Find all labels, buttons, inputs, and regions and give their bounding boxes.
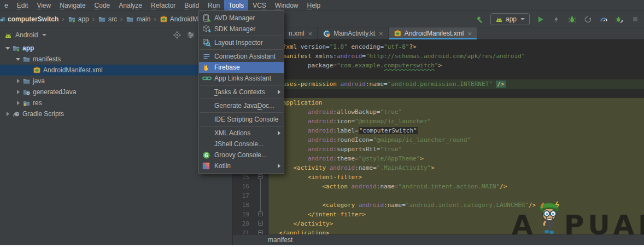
code-line-13: android:theme="@style/AppTheme"> [269,154,644,163]
menu-item-firebase[interactable]: Firebase [199,62,284,73]
menubar-item-view[interactable]: View [32,0,55,10]
menu-item-label: IDE Scripting Console [214,116,280,123]
fold-marker-icon[interactable]: − [258,174,263,179]
close-icon[interactable]: × [308,30,313,37]
fold-marker-icon[interactable]: − [258,211,263,216]
menubar-item-window[interactable]: Window [271,0,303,10]
menu-separator [200,49,283,50]
menubar-item-analyze[interactable]: Analyze [114,0,147,10]
stop-button[interactable] [630,14,641,25]
svg-text:<>: <> [162,18,165,21]
attach-debugger-android-button[interactable] [614,14,625,25]
menu-item-label: Firebase [214,64,280,71]
menu-item-generate-javadoc[interactable]: Generate JavaDoc... [199,100,284,111]
menu-item-connection-assistant[interactable]: Connection Assistant [199,51,284,62]
menu-item-label: Layout Inspector [214,39,280,47]
folder-icon [22,55,31,63]
tree-item-label: manifests [33,55,61,63]
editor-tab-mainactivity-kt[interactable]: MainActivity.kt× [318,27,388,39]
folder-icon [22,77,31,85]
breadcrumb-item-app[interactable]: app [68,15,89,23]
menubar-item-refactor[interactable]: Refactor [147,0,180,10]
code-line-20: </activity> [269,219,644,228]
run-configuration-combo[interactable]: app [490,13,530,25]
chevron-collapsed-icon[interactable] [14,101,22,105]
menu-item-label: Groovy Console... [214,151,280,159]
android-studio-window: eEditViewNavigateCodeAnalyzeRefactorBuil… [0,0,644,247]
chevron-collapsed-icon[interactable] [3,112,12,116]
menubar-item-build[interactable]: Build [180,0,203,10]
layout-inspector-icon [202,38,211,47]
panel-options-icon[interactable] [186,31,195,39]
breadcrumb: computerSwitch›app›src›main›<>AndroidMan… [0,11,209,27]
submenu-arrow-icon [278,131,280,135]
attach-debugger-button[interactable] [582,14,593,25]
tree-item-label: generatedJava [33,88,76,96]
sdk-icon [202,25,211,33]
menu-item-tasks-contexts[interactable]: Tasks & Contexts [199,87,284,97]
applinks-icon [202,74,212,82]
fold-marker-icon[interactable]: − [258,221,263,226]
breadcrumb-label: app [78,15,89,23]
breadcrumb-item-main[interactable]: main [126,15,150,23]
close-icon[interactable]: × [379,30,383,37]
tree-item-label: res [33,99,42,107]
menubar-item-vcs[interactable]: VCS [248,0,271,10]
close-icon[interactable]: × [467,30,472,37]
code-line-5: <uses-permission android:name="android.p… [269,79,644,89]
tree-item-label: Gradle Scripts [22,110,64,118]
gradle-icon [12,110,20,118]
menubar-item-code[interactable]: Code [90,0,115,10]
lightning-icon [553,15,560,24]
breadcrumb-label: src [108,15,117,23]
breadcrumb-separator: › [120,15,122,23]
menu-item-groovy-console[interactable]: GGroovy Console... [199,150,284,160]
fold-connector [260,179,261,212]
menubar-item-run[interactable]: Run [203,0,224,10]
chevron-expanded-icon[interactable] [3,47,12,50]
menu-item-sdk-manager[interactable]: SDK Manager [199,24,284,35]
manifest-icon: <> [160,15,168,23]
menu-item-jshell-console[interactable]: JShell Console... [199,139,284,150]
project-view-selector[interactable]: Android [15,31,38,39]
make-project-button[interactable] [475,14,485,25]
kotlin-icon [202,162,210,170]
editor-tab-n-xml[interactable]: n.xml× [284,27,318,39]
menu-item-label: JShell Console... [214,140,280,148]
menubar-item-edit[interactable]: Edit [13,0,33,10]
apply-changes-button[interactable] [551,14,561,25]
firebase-icon [202,63,209,72]
editor-tab-androidmanifest-xml[interactable]: <>AndroidManifest.xml× [389,27,477,39]
menubar-item-tools[interactable]: Tools [224,0,248,10]
breadcrumb-manifest[interactable]: manifest [268,236,292,244]
menu-item-app-links-assistant[interactable]: App Links Assistant [199,73,284,84]
menu-item-kotlin[interactable]: Kotlin [199,160,284,171]
menubar-item-e[interactable]: e [0,0,13,10]
locate-icon[interactable] [173,31,182,39]
code-line-17 [269,191,644,200]
menu-item-ide-scripting-console[interactable]: IDE Scripting Console [199,114,284,125]
menubar-item-navigate[interactable]: Navigate [55,0,90,10]
breadcrumb-item-computerswitch[interactable]: computerSwitch [0,15,58,23]
chevron-collapsed-icon[interactable] [14,79,22,83]
profiler-button[interactable] [598,14,609,25]
code-editor[interactable]: <?xml version="1.0" encoding="utf-8"?><m… [269,39,644,234]
chevron-expanded-icon[interactable] [14,58,22,61]
chevron-collapsed-icon[interactable] [14,90,22,94]
code-line-16: <action android:name="android.intent.act… [269,182,644,191]
folder-icon [126,15,134,23]
breadcrumb-item-src[interactable]: src [98,15,117,23]
run-button[interactable] [535,14,546,25]
menu-item-xml-actions[interactable]: XML Actions [199,128,284,139]
line-number: 17 [233,191,249,200]
code-line-4 [269,70,644,79]
menubar-item-help[interactable]: Help [303,0,325,10]
chevron-down-icon[interactable] [42,34,46,36]
debug-button[interactable] [566,14,577,25]
code-line-12: android:supportsRtl="true" [269,145,644,154]
editor-tabs: n.xml×MainActivity.kt×<>AndroidManifest.… [233,27,644,39]
menu-item-avd-manager[interactable]: AVD Manager [199,13,284,24]
menu-item-layout-inspector[interactable]: Layout Inspector [199,37,284,48]
stop-icon [631,15,639,23]
tree-item-label: java [33,77,45,85]
